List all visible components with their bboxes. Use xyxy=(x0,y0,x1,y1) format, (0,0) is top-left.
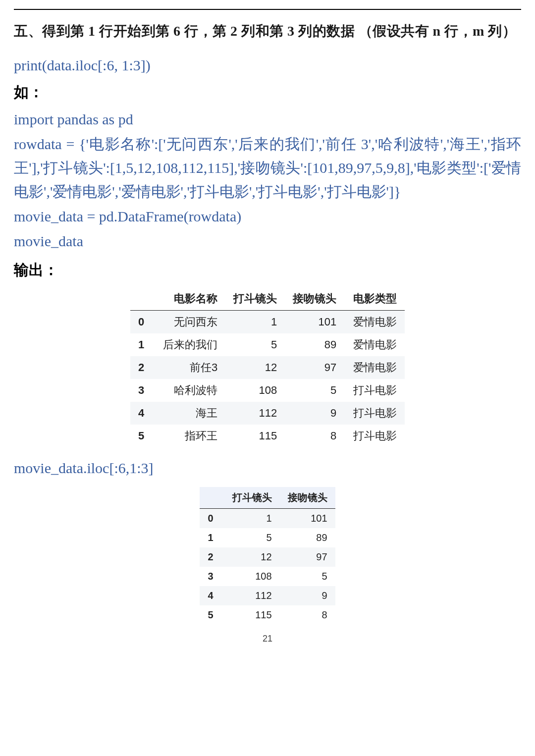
row-index: 5 xyxy=(130,425,155,447)
cell: 1 xyxy=(224,509,280,529)
row-index: 3 xyxy=(200,567,224,586)
cell: 12 xyxy=(225,356,285,379)
row-index: 2 xyxy=(200,547,224,567)
cell: 112 xyxy=(225,402,285,425)
table-row: 1 5 89 xyxy=(200,528,335,547)
cell: 12 xyxy=(224,547,280,567)
table-header-index xyxy=(130,287,155,311)
cell: 5 xyxy=(285,379,344,402)
cell: 5 xyxy=(280,567,335,586)
cell: 5 xyxy=(225,333,285,356)
cell: 108 xyxy=(224,567,280,586)
code-line-print: print(data.iloc[:6, 1:3]) xyxy=(14,54,521,77)
code-line: movie_data xyxy=(14,229,521,253)
table-row: 3 108 5 xyxy=(200,567,335,586)
cell: 5 xyxy=(224,528,280,547)
label-example: 如： xyxy=(14,82,521,103)
cell: 101 xyxy=(280,509,335,529)
table-header: 电影类型 xyxy=(344,287,405,311)
cell: 8 xyxy=(285,425,344,447)
code-line: rowdata = {'电影名称':['无问西东','后来的我们','前任 3'… xyxy=(14,132,521,204)
dataframe-table-full: 电影名称 打斗镜头 接吻镜头 电影类型 0 无问西东 1 101 爱情电影 1 … xyxy=(130,287,405,447)
cell: 爱情电影 xyxy=(344,356,405,379)
cell: 97 xyxy=(285,356,344,379)
row-index: 2 xyxy=(130,356,155,379)
table-row: 5 115 8 xyxy=(200,605,335,625)
table-header-index xyxy=(200,487,224,509)
cell: 打斗电影 xyxy=(344,402,405,425)
cell: 115 xyxy=(224,605,280,625)
cell: 89 xyxy=(285,333,344,356)
row-index: 0 xyxy=(130,311,155,334)
label-output: 输出： xyxy=(14,260,521,280)
cell: 哈利波特 xyxy=(155,379,225,402)
cell: 9 xyxy=(280,586,335,605)
cell: 指环王 xyxy=(155,425,225,447)
cell: 112 xyxy=(224,586,280,605)
cell: 97 xyxy=(280,547,335,567)
table-header: 打斗镜头 xyxy=(224,487,280,509)
table-row: 2 前任3 12 97 爱情电影 xyxy=(130,356,405,379)
cell: 打斗电影 xyxy=(344,379,405,402)
table-header: 打斗镜头 xyxy=(225,287,285,311)
table-row: 1 后来的我们 5 89 爱情电影 xyxy=(130,333,405,356)
cell: 爱情电影 xyxy=(344,333,405,356)
table-row: 4 海王 112 9 打斗电影 xyxy=(130,402,405,425)
table-header: 接吻镜头 xyxy=(285,287,344,311)
code-line: import pandas as pd xyxy=(14,108,521,131)
table-row: 2 12 97 xyxy=(200,547,335,567)
code-line-iloc: movie_data.iloc[:6,1:3] xyxy=(14,456,521,480)
cell: 101 xyxy=(285,311,344,334)
cell: 无问西东 xyxy=(155,311,225,334)
code-block-setup: import pandas as pd rowdata = {'电影名称':['… xyxy=(14,108,521,253)
page-number: 21 xyxy=(14,634,521,644)
cell: 前任3 xyxy=(155,356,225,379)
cell: 爱情电影 xyxy=(344,311,405,334)
row-index: 1 xyxy=(200,528,224,547)
cell: 115 xyxy=(225,425,285,447)
cell: 海王 xyxy=(155,402,225,425)
cell: 打斗电影 xyxy=(344,425,405,447)
table-row: 0 1 101 xyxy=(200,509,335,529)
row-index: 4 xyxy=(200,586,224,605)
cell: 8 xyxy=(280,605,335,625)
table-row: 5 指环王 115 8 打斗电影 xyxy=(130,425,405,447)
row-index: 0 xyxy=(200,509,224,529)
table-row: 0 无问西东 1 101 爱情电影 xyxy=(130,311,405,334)
dataframe-table-sliced: 打斗镜头 接吻镜头 0 1 101 1 5 89 2 12 97 3 108 5… xyxy=(200,487,335,625)
row-index: 5 xyxy=(200,605,224,625)
section-heading: 五、得到第 1 行开始到第 6 行，第 2 列和第 3 列的数据 （假设共有 n… xyxy=(14,21,521,42)
horizontal-rule xyxy=(14,9,521,10)
cell: 后来的我们 xyxy=(155,333,225,356)
table-header: 接吻镜头 xyxy=(280,487,335,509)
cell: 108 xyxy=(225,379,285,402)
cell: 89 xyxy=(280,528,335,547)
table-header: 电影名称 xyxy=(155,287,225,311)
table-row: 4 112 9 xyxy=(200,586,335,605)
row-index: 3 xyxy=(130,379,155,402)
table-row: 3 哈利波特 108 5 打斗电影 xyxy=(130,379,405,402)
cell: 1 xyxy=(225,311,285,334)
cell: 9 xyxy=(285,402,344,425)
row-index: 1 xyxy=(130,333,155,356)
code-line: movie_data = pd.DataFrame(rowdata) xyxy=(14,205,521,228)
row-index: 4 xyxy=(130,402,155,425)
